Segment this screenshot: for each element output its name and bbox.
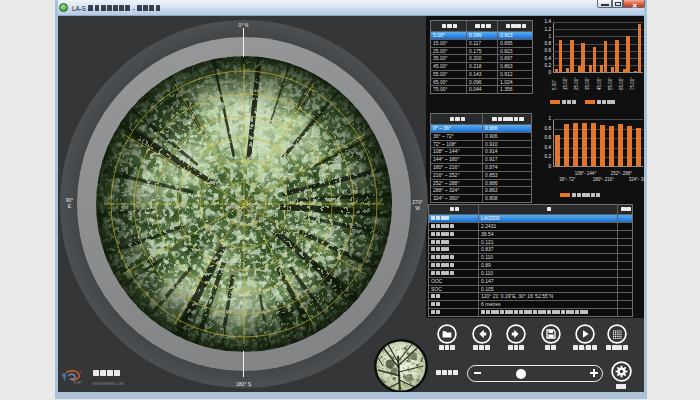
svg-text:TOP: TOP bbox=[73, 380, 81, 385]
